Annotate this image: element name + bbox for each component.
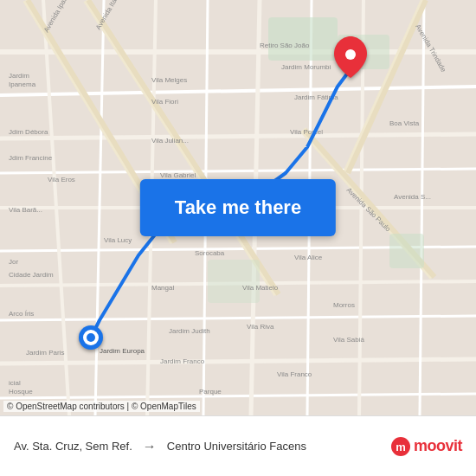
svg-text:Jardim Europa: Jardim Europa <box>100 347 145 355</box>
svg-text:Vila Matielo: Vila Matielo <box>242 284 279 292</box>
map-container: Avenida Ipanema Avenida Itavuvu Avenida … <box>0 0 476 415</box>
svg-text:Jardim Judith: Jardim Judith <box>169 327 210 335</box>
svg-text:Boa Vista: Boa Vista <box>389 119 420 127</box>
svg-text:Vila Sabiá: Vila Sabiá <box>333 336 364 344</box>
footer-arrow-icon: → <box>143 439 157 454</box>
svg-text:Vila Eros: Vila Eros <box>48 176 75 183</box>
footer-route-row: Av. Sta. Cruz, Sem Ref. → Centro Univers… <box>14 439 306 454</box>
svg-text:Vila Julian...: Vila Julian... <box>151 137 189 145</box>
svg-text:Jdim Débora: Jdim Débora <box>9 128 48 136</box>
svg-text:Vila Barã...: Vila Barã... <box>9 206 42 214</box>
svg-text:Retiro São João: Retiro São João <box>260 42 310 49</box>
end-marker-inner <box>345 49 356 60</box>
svg-text:Vila Fiori: Vila Fiori <box>151 98 178 106</box>
svg-text:Sorocaba: Sorocaba <box>195 249 225 257</box>
footer-route-info: Av. Sta. Cruz, Sem Ref. → Centro Univers… <box>14 439 306 454</box>
svg-text:Hosque: Hosque <box>9 388 33 396</box>
svg-text:Ipanema: Ipanema <box>9 80 36 88</box>
map-attribution: © OpenStreetMap contributors | © OpenMap… <box>3 401 200 412</box>
footer: Av. Sta. Cruz, Sem Ref. → Centro Univers… <box>0 415 476 476</box>
take-me-there-button[interactable]: Take me there <box>140 179 336 236</box>
moovit-logo-text: moovit <box>414 437 462 455</box>
svg-text:Vila Alice: Vila Alice <box>294 254 323 261</box>
footer-origin: Av. Sta. Cruz, Sem Ref. <box>14 440 132 453</box>
svg-text:Morros: Morros <box>333 301 355 309</box>
svg-text:Vila Lucy: Vila Lucy <box>104 236 132 244</box>
start-marker-dot <box>87 333 95 342</box>
svg-text:Avenida S...: Avenida S... <box>394 193 431 201</box>
svg-text:Vila Franco: Vila Franco <box>277 370 312 378</box>
svg-rect-30 <box>208 260 260 303</box>
svg-text:Vila Porcel: Vila Porcel <box>290 128 323 136</box>
svg-text:Vila Melges: Vila Melges <box>151 76 187 84</box>
svg-text:Vila Gabriel: Vila Gabriel <box>160 171 196 179</box>
svg-text:Mangal: Mangal <box>151 284 174 292</box>
svg-text:Vila Riva: Vila Riva <box>247 323 274 331</box>
svg-text:Jardim Paris: Jardim Paris <box>26 349 64 357</box>
svg-rect-29 <box>389 234 424 268</box>
svg-text:Arco Íris: Arco Íris <box>9 310 34 318</box>
footer-destination: Centro Universitário Facens <box>167 440 306 453</box>
svg-text:Cidade Jardim: Cidade Jardim <box>9 271 54 279</box>
svg-text:Jardim: Jardim <box>9 72 29 80</box>
svg-text:Jardim Morumbi: Jardim Morumbi <box>281 63 331 71</box>
svg-text:Jardim Franco: Jardim Franco <box>160 357 205 365</box>
svg-text:m: m <box>396 441 406 453</box>
svg-text:Parque: Parque <box>199 388 222 396</box>
svg-text:icial: icial <box>9 379 21 387</box>
svg-rect-27 <box>268 17 338 61</box>
svg-text:Jor: Jor <box>9 258 18 266</box>
moovit-logo-icon: m <box>391 437 410 456</box>
moovit-logo: m moovit <box>391 437 462 456</box>
svg-text:Jdim Francine: Jdim Francine <box>9 154 53 162</box>
